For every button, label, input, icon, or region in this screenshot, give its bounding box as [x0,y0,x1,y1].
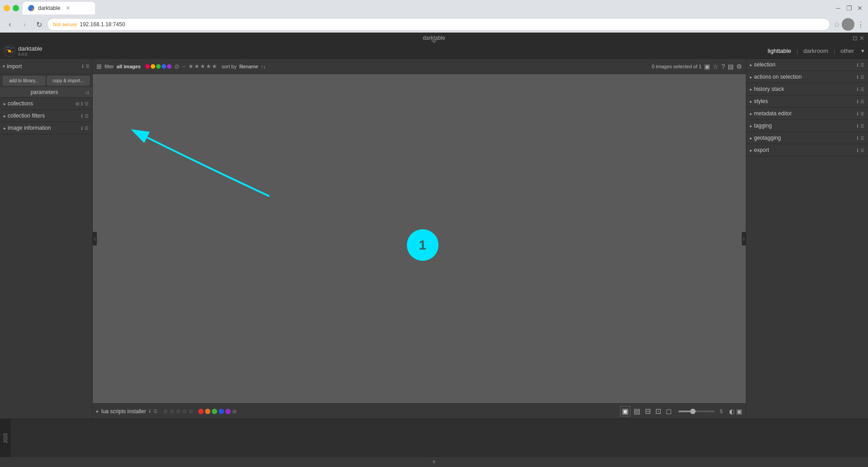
bottom-dot-orange[interactable] [205,409,210,414]
actions-info-icon[interactable]: ℹ [857,75,858,80]
geotagging-header[interactable]: ▸ geotagging ℹ ☰ [746,132,868,144]
selection-info-icon[interactable]: ℹ [857,62,858,67]
maximize-btn[interactable] [13,5,19,11]
color-dot-green[interactable] [156,64,161,69]
styles-menu-icon[interactable]: ☰ [860,99,864,104]
star-2[interactable]: ★ [194,63,200,70]
sort-value[interactable]: filename [239,64,258,69]
fullscreen-view-btn[interactable]: ⊡ [654,406,663,416]
collection-filters-info-icon[interactable]: ℹ [81,113,83,118]
tab-close-icon[interactable]: ✕ [66,5,70,11]
metadata-info-icon[interactable]: ℹ [857,111,858,116]
minimize-btn[interactable] [4,5,10,11]
copy-import-btn[interactable]: copy & import... [47,76,90,85]
metadata-menu-icon[interactable]: ☰ [860,111,864,116]
import-info-icon[interactable]: ℹ [82,64,84,69]
help-icon[interactable]: ? [721,63,725,70]
filmstrip-view-btn[interactable]: ▤ [632,406,642,416]
image-information-header[interactable]: ▸ image information ℹ ☰ [0,122,92,134]
collection-filters-header[interactable]: ▸ collection filters ℹ ☰ [0,110,92,122]
color-dot-yellow[interactable] [151,64,155,69]
bottom-star-1[interactable]: ☆ [163,408,168,415]
lua-menu-icon[interactable]: ☰ [153,409,157,414]
color-dot-blue[interactable] [162,64,166,69]
bookmark-btn[interactable]: ☆ [834,20,840,29]
filter-value[interactable]: all images [117,64,141,69]
filter-icon[interactable]: ⊞ [96,63,102,70]
back-btn[interactable]: ‹ [4,18,16,31]
mode-other-tab[interactable]: other [837,47,858,55]
title-close-btn[interactable]: ✕ [859,35,864,42]
left-edge-btn[interactable]: ‹ [93,232,97,245]
profile-btn[interactable] [842,18,854,31]
bottom-dot-red[interactable] [198,409,204,414]
view-display-icon[interactable]: ▣ [736,408,742,415]
bottom-dot-blue[interactable] [219,409,224,414]
star-1[interactable]: ★ [188,63,194,70]
tagging-info-icon[interactable]: ℹ [857,123,858,128]
metadata-editor-header[interactable]: ▸ metadata editor ℹ ☰ [746,108,868,119]
actions-menu-icon[interactable]: ☰ [860,75,864,80]
win-close-icon[interactable]: ✕ [855,5,864,12]
title-restore-btn[interactable]: ⊡ [853,35,858,42]
bottom-dot-green[interactable] [212,409,217,414]
right-edge-btn[interactable]: › [742,232,746,245]
collections-sort-icon[interactable]: ⊞ [76,101,79,106]
tagging-menu-icon[interactable]: ☰ [860,123,864,128]
import-menu-icon[interactable]: ☰ [86,64,90,69]
color-dot-purple[interactable] [167,64,172,69]
bottom-star-2[interactable]: ☆ [169,408,175,415]
export-menu-icon[interactable]: ☰ [860,148,864,153]
thumb-area[interactable] [11,419,868,457]
collections-menu-icon[interactable]: ☰ [85,101,89,106]
grid-view-icon[interactable]: ▣ [704,63,710,70]
star-4[interactable]: ★ [206,63,211,70]
single-view-btn[interactable]: ◻ [664,406,673,416]
bottom-star-4[interactable]: ☆ [182,408,187,415]
compare-view-btn[interactable]: ⊟ [644,406,652,416]
export-header[interactable]: ▸ export ℹ ☰ [746,144,868,156]
mode-chevron-icon[interactable]: ▾ [861,47,864,54]
win-restore-icon[interactable]: ❐ [844,5,854,12]
bottom-star-3[interactable]: ☆ [176,408,181,415]
history-stack-header[interactable]: ▸ history stack ℹ ☰ [746,83,868,95]
settings-icon[interactable]: ⚙ [736,63,742,70]
lua-info-icon[interactable]: ℹ [149,409,151,414]
title-triangle-up[interactable] [431,40,437,43]
bottom-triangle-icon[interactable]: ▼ [431,459,437,465]
history-info-icon[interactable]: ℹ [857,87,858,92]
bottom-reject-icon[interactable]: ⊘ [232,409,238,414]
export-info-icon[interactable]: ℹ [857,148,858,153]
add-to-library-btn[interactable]: add to library... [3,76,45,85]
star-3[interactable]: ★ [200,63,205,70]
actions-on-selection-header[interactable]: ▸ actions on selection ℹ ☰ [746,71,868,83]
color-dot-red[interactable] [145,64,150,69]
import-expand-arrow[interactable]: ▾ [3,64,5,69]
tagging-header[interactable]: ▸ tagging ℹ ☰ [746,120,868,132]
browser-tab[interactable]: darktable ✕ [23,2,95,14]
grid-view-btn[interactable]: ▣ [620,406,630,416]
sort-direction-icon[interactable]: ↑↓ [261,64,266,69]
collections-info-icon[interactable]: ℹ [81,101,83,106]
bottom-star-5[interactable]: ☆ [188,408,194,415]
star-icon[interactable]: ☆ [713,63,719,70]
filmstrip-icon[interactable]: ▤ [728,63,734,70]
mode-darkroom-tab[interactable]: darkroom [800,47,832,55]
collections-header[interactable]: ▸ collections ⊞ ℹ ☰ [0,98,92,109]
reload-btn[interactable]: ↻ [33,18,45,31]
mode-lighttable-tab[interactable]: lighttable [764,47,795,55]
reject-icon[interactable]: ⊘ [174,63,180,70]
zoom-slider[interactable] [678,410,715,412]
selection-header[interactable]: ▸ selection ℹ ☰ [746,59,868,71]
address-bar[interactable]: Not secure 192.168.1.18:7450 [47,18,830,31]
image-information-menu-icon[interactable]: ☰ [85,126,89,131]
selection-menu-icon[interactable]: ☰ [860,62,864,67]
geotagging-info-icon[interactable]: ℹ [857,136,858,141]
forward-btn[interactable]: › [18,18,31,31]
styles-header[interactable]: ▸ styles ℹ ☰ [746,95,868,107]
win-minimize-icon[interactable]: ─ [834,5,843,12]
collection-filters-menu-icon[interactable]: ☰ [85,113,89,118]
styles-info-icon[interactable]: ℹ [857,99,858,104]
lua-scripts-expand-icon[interactable]: ▸ [96,409,99,414]
parameters-row[interactable]: parameters ◁ [0,87,92,98]
